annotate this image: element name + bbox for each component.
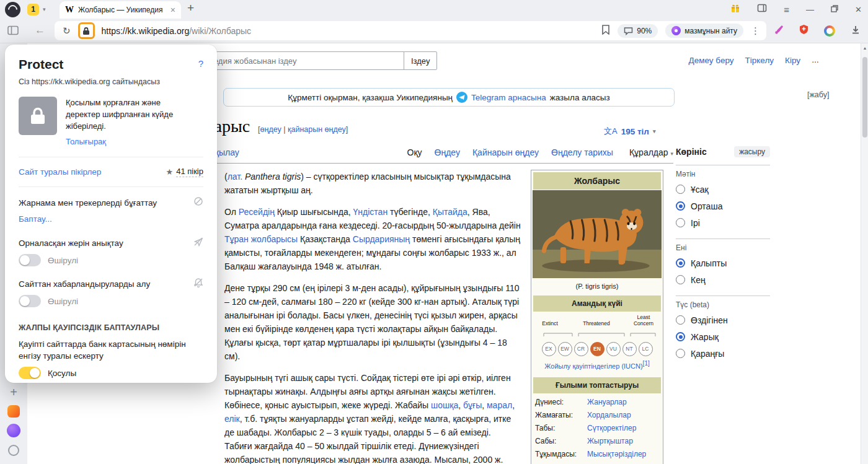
register-link[interactable]: Тіркелу <box>745 56 774 65</box>
star-icon: ★ <box>166 167 174 177</box>
radio-color-auto[interactable]: Өздігінен <box>676 312 770 328</box>
window-restore-icon[interactable] <box>831 4 838 15</box>
notifications-label: Сайттан хабарландыруларды алу <box>19 279 150 289</box>
more-options-icon[interactable]: … <box>812 56 820 65</box>
sidebar-bottom-icon[interactable] <box>0 445 27 458</box>
telegram-channel-link[interactable]: Telegram арнасына <box>471 93 546 102</box>
customize-brush-icon[interactable] <box>774 25 784 37</box>
lock-highlight-box[interactable] <box>78 22 95 39</box>
secure-text: Қосылым қорғалған және деректер шифрланғ… <box>66 97 195 132</box>
scrollbar-thumb[interactable] <box>862 57 867 138</box>
sidebar-orange-app-icon[interactable] <box>0 405 27 420</box>
window-minimize-icon[interactable]: — <box>806 5 814 14</box>
page-scrollbar[interactable]: ▲ <box>861 43 868 464</box>
radio-text-medium[interactable]: Орташа <box>676 198 770 214</box>
url-text[interactable]: https://kk.wikipedia.org/wiki/Жолбарыс <box>102 26 251 36</box>
article-body: Жолбарыс <box>224 170 663 464</box>
reload-icon[interactable]: ↻ <box>63 25 71 37</box>
appearance-hide-button[interactable]: жасыру <box>734 146 770 157</box>
side-panels-icon[interactable] <box>757 3 767 15</box>
tiger-photo[interactable] <box>533 190 662 278</box>
tab-edit[interactable]: Өңдеу <box>435 147 460 157</box>
notifications-row: Сайттан хабарландыруларды алу <box>19 278 203 290</box>
login-link[interactable]: Кіру <box>785 56 800 65</box>
bookmark-icon[interactable] <box>601 25 610 37</box>
sidebar-alice-icon[interactable] <box>0 424 27 440</box>
tab-close-icon[interactable]: × <box>170 5 175 15</box>
banner-text-after: жазыла аласыз <box>550 93 610 102</box>
search-input[interactable] <box>186 51 404 70</box>
color-section: Түс (beta) Өздігінен Жарық Қараңғы <box>676 295 770 362</box>
banner-text-before: Құрметті оқырман, қазақша Уикипедияның <box>288 93 453 102</box>
reviews-count[interactable]: ★ 41 пікір <box>166 167 203 177</box>
radio-text-small[interactable]: Ұсақ <box>676 181 770 198</box>
lock-icon <box>30 107 46 125</box>
browser-tab-active[interactable]: W Жолбарыс — Уикипедия × <box>60 1 181 19</box>
zoom-indicator[interactable]: 90% <box>618 24 658 38</box>
tools-menu[interactable]: Құралдар ▾ <box>629 147 673 157</box>
title-edit-links[interactable]: [өңдеу | қайнарын өңдеу] <box>258 125 348 134</box>
help-icon[interactable]: ? <box>198 58 203 69</box>
radio-icon-selected[interactable] <box>676 201 685 211</box>
omnibox[interactable]: ↻ https://kk.wikipedia.org/wiki/Жолбарыс… <box>55 21 766 40</box>
search-button[interactable]: Іздеу <box>404 51 437 70</box>
iucn-scale: EX EW CR EN VU NT LC <box>534 342 660 356</box>
radio-width-wide[interactable]: Кең <box>676 271 770 288</box>
radio-icon-selected[interactable] <box>676 332 685 341</box>
tab-bar: 1 ▾ W Жолбарыс — Уикипедия × + ≡ — ✕ <box>0 0 868 19</box>
radio-icon-selected[interactable] <box>676 258 685 268</box>
iucn-brackets <box>535 331 659 336</box>
iucn-link[interactable]: Жойылу қауіптіндегілер (IUCN)[1] <box>534 359 660 373</box>
sidebar-toggle-icon[interactable] <box>7 25 19 38</box>
banner-close-link[interactable]: [жабу] <box>807 90 829 99</box>
iucn-lc: LC <box>639 342 653 356</box>
gift-icon[interactable] <box>730 3 740 15</box>
donate-link[interactable]: Демеу беру <box>689 56 734 65</box>
status-header: Амандық күйі <box>533 295 661 312</box>
site-reviews-link[interactable]: Сайт туралы пікірлер <box>19 167 101 177</box>
tab-read[interactable]: Оқу <box>407 147 422 157</box>
more-details-link[interactable]: Толығырақ <box>66 136 106 147</box>
window-close-icon[interactable]: ✕ <box>855 5 862 14</box>
hamburger-menu-icon[interactable]: ≡ <box>784 4 789 15</box>
location-toggle[interactable] <box>19 254 41 266</box>
width-label: Ені <box>676 243 770 252</box>
read-aloud-button[interactable]: мазмұнын айту <box>665 24 743 38</box>
radio-icon[interactable] <box>676 218 685 227</box>
wiki-top-links: Демеу беру Тіркелу Кіру … <box>689 56 820 65</box>
tab-history[interactable]: Өңделу тарихы <box>551 147 613 157</box>
location-state: Өшірулі <box>48 256 78 265</box>
bankcard-toggle[interactable] <box>19 367 41 379</box>
radio-width-standard[interactable]: Қалыпты <box>676 255 770 271</box>
back-button[interactable]: ← <box>35 24 45 37</box>
taxonomy-table: Дүниесі:Жануарлар Жамағаты:Хордалылар Та… <box>533 394 662 464</box>
notifications-toggle[interactable] <box>19 295 41 307</box>
language-selector[interactable]: 文А 195 тіл ▾ <box>604 126 655 137</box>
ads-configure-link[interactable]: Баптау... <box>19 214 52 224</box>
tab-counter[interactable]: 1 ▾ <box>27 2 46 16</box>
zoom-value: 90% <box>637 27 652 35</box>
new-tab-button[interactable]: + <box>187 1 194 15</box>
radio-color-light[interactable]: Жарық <box>676 328 770 345</box>
omnibox-more-icon[interactable]: ⋮ <box>751 25 760 37</box>
image-caption: (P. tigris tigris) <box>533 278 662 295</box>
browser-logo-button[interactable] <box>5 2 20 17</box>
radio-text-large[interactable]: Ірі <box>676 214 770 231</box>
radio-icon[interactable] <box>676 275 685 284</box>
download-icon[interactable] <box>851 25 861 37</box>
radio-icon[interactable] <box>676 315 685 325</box>
sidebar-add-button[interactable]: + <box>0 385 27 400</box>
profile-avatar[interactable] <box>824 25 835 37</box>
protect-shield-icon[interactable] <box>799 24 808 37</box>
radio-icon[interactable] <box>676 349 685 358</box>
radio-icon[interactable] <box>676 185 685 194</box>
iucn-en-active: EN <box>590 342 604 356</box>
radio-color-dark[interactable]: Қараңғы <box>676 345 770 362</box>
telegram-icon <box>456 92 467 103</box>
notifications-toggle-row: Өшірулі <box>19 295 203 307</box>
chevron-down-icon: ▾ <box>670 151 673 157</box>
bankcard-state: Қосулы <box>48 369 76 378</box>
scroll-up-arrow[interactable]: ▲ <box>861 46 868 50</box>
tab-edit-source[interactable]: Қайнарын өңдеу <box>472 147 539 157</box>
bankcard-warning-label: Қауіпті сайттарда банк картасының нөмірі… <box>19 338 198 362</box>
